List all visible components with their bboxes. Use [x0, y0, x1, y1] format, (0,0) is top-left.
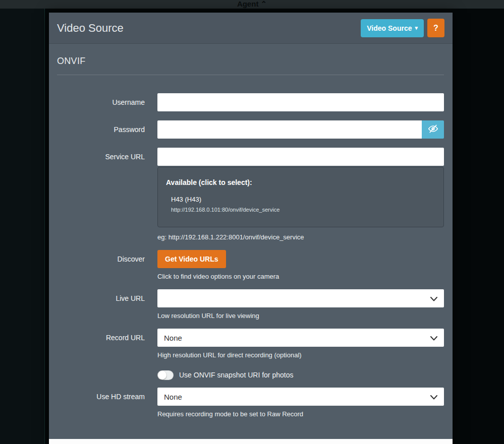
live-url-selected-value — [164, 295, 430, 302]
password-row: Password — [57, 120, 444, 139]
username-row: Username — [57, 93, 444, 111]
live-url-label: Live URL — [57, 289, 145, 307]
hd-stream-label: Use HD stream — [57, 388, 145, 406]
service-url-row: Service URL Available (click to select):… — [57, 148, 444, 241]
snapshot-toggle-label: Use ONVIF snapshot URI for photos — [179, 371, 293, 379]
help-button[interactable]: ? — [427, 19, 444, 37]
get-video-urls-button[interactable]: Get Video URLs — [157, 250, 226, 268]
live-url-select[interactable] — [157, 289, 444, 307]
chevron-down-icon — [430, 334, 437, 342]
live-url-hint: Low resolution URL for live viewing — [157, 312, 444, 320]
record-url-hint: High resolution URL for direct recording… — [157, 351, 444, 359]
discover-hint: Click to find video options on your came… — [157, 273, 444, 280]
video-source-dropdown-button[interactable]: Video Source ▾ — [361, 19, 424, 37]
eye-slash-icon — [428, 124, 438, 135]
header-buttons: Video Source ▾ ? — [361, 19, 444, 37]
record-url-label: Record URL — [57, 329, 145, 347]
device-name[interactable]: H43 (H43) — [171, 196, 435, 203]
dialog-header: Video Source Video Source ▾ ? — [49, 13, 453, 44]
service-url-input[interactable] — [157, 148, 444, 166]
device-url: http://192.168.0.101:80/onvif/device_ser… — [171, 207, 435, 213]
chevron-down-icon — [430, 294, 437, 303]
hd-stream-row: Use HD stream None Requires recording mo… — [57, 388, 444, 418]
video-source-dropdown-label: Video Source — [367, 24, 412, 32]
live-url-row: Live URL Low resolution URL for live vie… — [57, 289, 444, 320]
toggle-password-visibility-button[interactable] — [422, 120, 444, 139]
password-label: Password — [57, 120, 145, 139]
dialog-body: ONVIF Username Password — [49, 44, 453, 439]
username-label: Username — [57, 93, 145, 111]
discover-row: Discover Get Video URLs Click to find vi… — [57, 250, 444, 280]
snapshot-uri-toggle[interactable] — [157, 370, 174, 380]
chevron-up-icon: ⌃ — [261, 0, 267, 8]
available-devices-panel: Available (click to select): H43 (H43) h… — [157, 167, 444, 227]
available-devices-title: Available (click to select): — [166, 178, 435, 186]
password-input[interactable] — [157, 120, 422, 139]
record-url-row: Record URL None High resolution URL for … — [57, 329, 444, 359]
service-url-hint: eg: http://192.168.1.222:8001/onvif/devi… — [157, 233, 444, 241]
hd-stream-select[interactable]: None — [157, 388, 444, 406]
snapshot-toggle-row: Use ONVIF snapshot URI for photos — [57, 368, 444, 380]
toggle-knob — [158, 371, 166, 379]
dialog-footer-strip — [49, 439, 453, 444]
caret-down-icon: ▾ — [415, 25, 418, 31]
hd-stream-hint: Requires recording mode to be set to Raw… — [157, 410, 444, 418]
record-url-selected-value: None — [164, 334, 430, 342]
video-source-dialog: Video Source Video Source ▾ ? ONVIF User… — [49, 13, 453, 444]
section-title-onvif: ONVIF — [57, 56, 444, 67]
dialog-title: Video Source — [57, 22, 361, 35]
service-url-label: Service URL — [57, 148, 145, 166]
chevron-down-icon — [430, 393, 437, 401]
agent-collapse-bar[interactable]: Agent ⌃ — [0, 0, 504, 9]
device-list-item[interactable]: H43 (H43) http://192.168.0.101:80/onvif/… — [171, 196, 435, 213]
background-left-strip — [0, 0, 45, 444]
record-url-select[interactable]: None — [157, 329, 444, 347]
username-input[interactable] — [157, 93, 444, 111]
discover-label: Discover — [57, 250, 145, 268]
hd-stream-selected-value: None — [164, 393, 430, 401]
agent-label: Agent — [237, 0, 259, 8]
section-divider — [57, 75, 444, 75]
